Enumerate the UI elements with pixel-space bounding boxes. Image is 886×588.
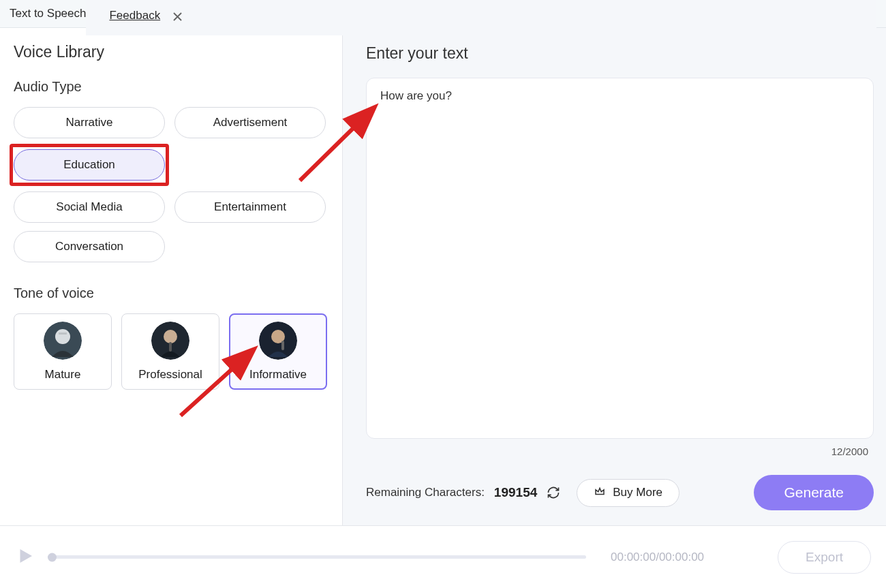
- text-input[interactable]: [366, 78, 874, 439]
- export-button[interactable]: Export: [778, 541, 871, 574]
- main-area: Voice Library Audio Type Narrative Adver…: [0, 28, 886, 525]
- audio-type-narrative[interactable]: Narrative: [14, 107, 165, 138]
- voice-library-panel: Voice Library Audio Type Narrative Adver…: [0, 28, 343, 525]
- highlight-box: Education: [10, 144, 169, 186]
- enter-text-title: Enter your text: [366, 44, 874, 63]
- tone-professional[interactable]: Professional: [121, 313, 219, 390]
- tone-grid: Mature Professional Informative: [14, 313, 329, 390]
- tone-informative[interactable]: Informative: [229, 313, 327, 390]
- crown-icon: [594, 485, 606, 501]
- audio-type-grid: Narrative Advertisement Education Social…: [14, 107, 329, 262]
- text-editor-panel: Enter your text 12/2000 Remaining Charac…: [343, 28, 886, 525]
- buy-more-button[interactable]: Buy More: [577, 479, 679, 507]
- remaining-count: 199154: [494, 485, 537, 500]
- svg-point-1: [55, 329, 70, 344]
- voice-library-title: Voice Library: [14, 43, 329, 61]
- tone-mature[interactable]: Mature: [14, 313, 112, 390]
- remaining-row: Remaining Characters: 199154 Buy More Ge…: [366, 475, 874, 510]
- svg-point-4: [164, 330, 177, 343]
- svg-rect-2: [59, 332, 67, 335]
- tone-mature-label: Mature: [45, 368, 81, 382]
- avatar-professional-icon: [151, 322, 189, 360]
- buy-more-label: Buy More: [613, 486, 662, 499]
- progress-track[interactable]: [48, 555, 586, 559]
- audio-type-title: Audio Type: [14, 79, 329, 95]
- topbar: Text to Speech Feedback: [0, 0, 886, 28]
- svg-rect-8: [281, 341, 284, 350]
- window-title: Text to Speech: [10, 7, 86, 20]
- annotation-red-box: [10, 144, 169, 186]
- remaining-label: Remaining Characters:: [366, 486, 485, 499]
- progress-thumb[interactable]: [48, 553, 57, 561]
- audio-type-conversation[interactable]: Conversation: [14, 231, 165, 262]
- tone-professional-label: Professional: [138, 368, 202, 382]
- tone-informative-label: Informative: [249, 368, 307, 382]
- svg-rect-5: [169, 342, 172, 352]
- avatar-informative-icon: [259, 322, 297, 360]
- audio-type-social-media[interactable]: Social Media: [14, 191, 165, 223]
- refresh-icon[interactable]: [547, 486, 560, 499]
- play-icon[interactable]: [15, 546, 35, 569]
- player-bar: 00:00:00/00:00:00 Export: [0, 525, 886, 588]
- generate-button[interactable]: Generate: [754, 475, 874, 510]
- feedback-link[interactable]: Feedback: [109, 9, 160, 22]
- audio-type-entertainment[interactable]: Entertainment: [174, 191, 326, 223]
- time-code: 00:00:00/00:00:00: [611, 551, 704, 564]
- tone-title: Tone of voice: [14, 285, 329, 301]
- avatar-mature-icon: [44, 322, 82, 360]
- char-counter: 12/2000: [366, 446, 874, 457]
- close-icon[interactable]: [170, 9, 185, 23]
- audio-type-advertisement[interactable]: Advertisement: [174, 107, 326, 138]
